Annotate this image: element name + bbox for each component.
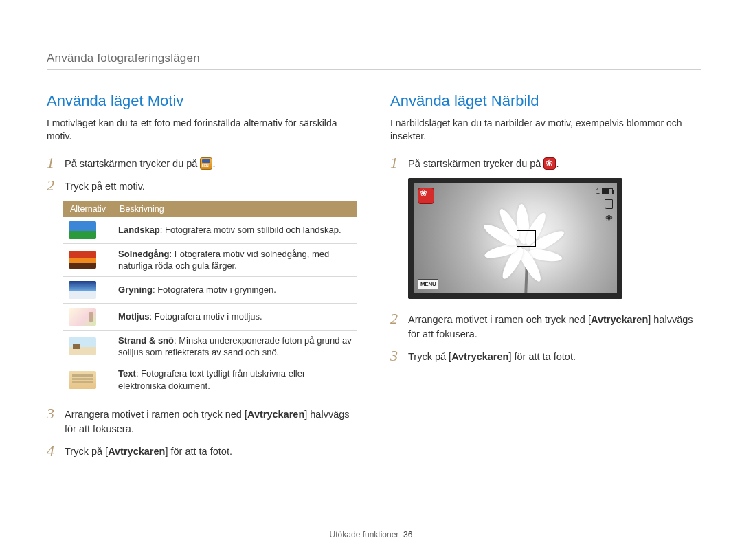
th-alternativ: Alternativ [63, 201, 113, 217]
menu-button[interactable]: MENU [418, 279, 438, 289]
table-row: Motljus: Fotografera motiv i motljus. [63, 303, 357, 330]
shutter-bold: Avtryckaren [108, 446, 165, 457]
table-row: Strand & snö: Minska underexponerade fot… [63, 330, 357, 363]
step-number-1: 1 [47, 155, 58, 170]
left-step4-post: ] för att ta fotot. [165, 446, 232, 457]
dawn-icon [69, 281, 96, 299]
right-step1: På startskärmen trycker du på . [408, 155, 701, 171]
opt-desc: : Fotografera motiv som stillbild och la… [160, 225, 341, 235]
scn-mode-icon [200, 157, 212, 170]
step-number-4: 4 [47, 443, 58, 458]
macro-icon: ❀ [605, 213, 613, 223]
step-number-2: 2 [47, 178, 58, 193]
focus-indicator [517, 230, 536, 247]
left-step1: På startskärmen trycker du på . [65, 155, 357, 171]
footer-section: Utökade funktioner [330, 530, 399, 539]
step-number-3: 3 [390, 348, 401, 363]
storage-icon [605, 199, 613, 209]
right-step2: Arrangera motivet i ramen och tryck ned … [408, 311, 701, 341]
beach-snow-icon [69, 337, 96, 355]
step-number-3: 3 [47, 406, 58, 421]
right-title: Använda läget Närbild [390, 92, 701, 110]
left-title: Använda läget Motiv [47, 92, 357, 110]
opt-desc: : Fotografera motiv i motljus. [150, 311, 262, 322]
sunset-icon [69, 251, 96, 269]
shutter-bold: Avtryckaren [247, 409, 304, 420]
left-step3-pre: Arrangera motivet i ramen och tryck ned … [65, 409, 247, 420]
page-footer: Utökade funktioner 36 [0, 530, 742, 539]
table-row: Landskap: Fotografera motiv som stillbil… [63, 217, 357, 244]
opt-name: Landskap [118, 225, 160, 235]
opt-desc: : Fotografera text tydligt från utskrivn… [118, 368, 305, 391]
left-step4-pre: Tryck på [ [65, 446, 108, 457]
shots-remaining: 1 [596, 188, 600, 195]
table-row: Gryning: Fotografera motiv i gryningen. [63, 276, 357, 303]
closeup-mode-icon [418, 188, 434, 204]
left-step2: Tryck på ett motiv. [65, 178, 357, 194]
left-column: Använda läget Motiv I motivläget kan du … [47, 92, 357, 466]
right-column: Använda läget Närbild I närbildsläget ka… [390, 92, 701, 466]
footer-page-number: 36 [403, 530, 412, 539]
table-row: Text: Fotografera text tydligt från utsk… [63, 363, 357, 396]
step-number-1: 1 [390, 155, 401, 170]
right-step1-post: . [556, 158, 559, 169]
opt-name: Motljus [118, 311, 150, 322]
left-step3: Arrangera motivet i ramen och tryck ned … [65, 406, 357, 436]
closeup-mode-icon [543, 157, 556, 170]
opt-name: Text [118, 368, 136, 379]
battery-icon [602, 188, 613, 194]
shutter-bold: Avtryckaren [591, 314, 648, 325]
right-step3: Tryck på [Avtryckaren] för att ta fotot. [408, 348, 701, 364]
camera-preview: 1 ❀ MENU [408, 178, 622, 299]
left-step1-pre: På startskärmen trycker du på [65, 158, 200, 169]
right-step3-post: ] för att ta fotot. [508, 351, 576, 362]
right-step2-pre: Arrangera motivet i ramen och tryck ned … [408, 314, 591, 325]
landscape-icon [69, 221, 96, 239]
opt-name: Solnedgång [118, 249, 169, 259]
step-number-2: 2 [390, 311, 401, 326]
options-table: Alternativ Beskrivning Landskap: Fotogra… [63, 201, 357, 396]
page-header: Använda fotograferingslägen [47, 52, 701, 70]
left-intro: I motivläget kan du ta ett foto med föri… [47, 117, 357, 143]
right-step1-pre: På startskärmen trycker du på [408, 158, 543, 169]
th-beskrivning: Beskrivning [113, 201, 357, 217]
opt-desc: : Fotografera motiv i gryningen. [153, 284, 276, 295]
right-step3-pre: Tryck på [ [408, 351, 451, 362]
text-mode-icon [69, 371, 96, 389]
left-step1-post: . [212, 158, 215, 169]
backlight-icon [69, 308, 96, 326]
left-step4: Tryck på [Avtryckaren] för att ta fotot. [65, 443, 357, 459]
table-row: Solnedgång: Fotografera motiv vid solned… [63, 243, 357, 276]
opt-name: Strand & snö [118, 335, 174, 346]
shutter-bold: Avtryckaren [451, 351, 508, 362]
opt-name: Gryning [118, 284, 153, 295]
right-intro: I närbildsläget kan du ta närbilder av m… [390, 117, 701, 143]
